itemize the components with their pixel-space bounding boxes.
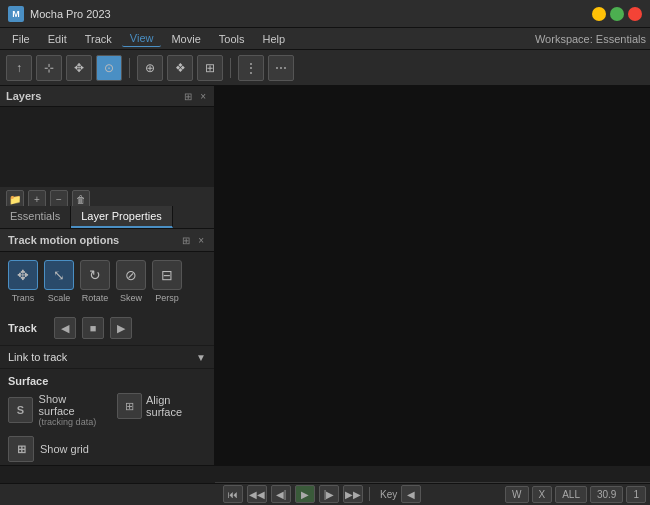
surface-section: Surface S Show surface (tracking data) ⊞… [0, 369, 214, 465]
title-bar: M Mocha Pro 2023 − □ × [0, 0, 650, 28]
skew-icon: ⊘ [116, 260, 146, 290]
tl-go-end[interactable]: ▶▶ [343, 485, 363, 503]
track-option-persp[interactable]: ⊟ Persp [152, 260, 182, 303]
track-motion-controls: ⊞ × [180, 235, 206, 246]
align-surface-item[interactable]: ⊞ Align surface [117, 393, 206, 419]
track-row: Track ◀ ■ ▶ [0, 311, 214, 346]
toolbar-separator-1 [129, 58, 130, 78]
tl-play[interactable]: ▶ [295, 485, 315, 503]
tool-select[interactable]: ↑ [6, 55, 32, 81]
window-title: Mocha Pro 2023 [30, 8, 592, 20]
toolbar-separator-2 [230, 58, 231, 78]
tool-cross[interactable]: ⊕ [137, 55, 163, 81]
track-motion-title: Track motion options [8, 234, 119, 246]
track-option-trans[interactable]: ✥ Trans [8, 260, 38, 303]
layers-area [0, 107, 214, 187]
tl-key-prev[interactable]: ◀ [401, 485, 421, 503]
tl-separator-1 [369, 487, 370, 501]
align-surface-icon: ⊞ [117, 393, 142, 419]
rotate-label: Rotate [82, 293, 109, 303]
timeline-ruler: // Draw ruler marks via JS below [0, 466, 650, 484]
persp-label: Persp [155, 293, 179, 303]
tl-x-btn[interactable]: X [532, 486, 553, 503]
menu-view[interactable]: View [122, 30, 162, 47]
link-to-track-row[interactable]: Link to track ▼ [0, 346, 214, 369]
tool-extra2[interactable]: ⋯ [268, 55, 294, 81]
show-grid-item[interactable]: ⊞ Show grid [8, 436, 206, 462]
show-grid-icon: ⊞ [8, 436, 34, 462]
tl-zoom-btn[interactable]: 30.9 [590, 486, 623, 503]
tl-prev[interactable]: ◀| [271, 485, 291, 503]
surface-title: Surface [8, 375, 206, 387]
track-row-label: Track [8, 322, 48, 334]
tl-all-btn[interactable]: ALL [555, 486, 587, 503]
tl-w-btn[interactable]: W [505, 486, 528, 503]
track-backward-btn[interactable]: ◀ [54, 317, 76, 339]
toolbar: ↑ ⊹ ✥ ⊙ ⊕ ❖ ⊞ ⋮ ⋯ [0, 50, 650, 86]
tool-circle[interactable]: ⊙ [96, 55, 122, 81]
track-forward-btn[interactable]: ▶ [110, 317, 132, 339]
main-layout: Layers ⊞ × 📁 + − 🗑 Essentials Layer Prop… [0, 86, 650, 465]
show-surface-label: Show surface [39, 393, 102, 417]
timeline-controls: ⏮ ◀◀ ◀| ▶ |▶ ▶▶ Key ◀ W X ALL 30.9 1 [0, 484, 650, 505]
trans-label: Trans [12, 293, 35, 303]
close-button[interactable]: × [628, 7, 642, 21]
menu-track[interactable]: Track [77, 31, 120, 47]
link-to-track-label: Link to track [8, 351, 196, 363]
track-close-btn[interactable]: × [196, 235, 206, 246]
layers-panel: Layers ⊞ × 📁 + − 🗑 [0, 86, 214, 206]
menu-tools[interactable]: Tools [211, 31, 253, 47]
scale-icon: ⤡ [44, 260, 74, 290]
layers-float-btn[interactable]: ⊞ [182, 91, 194, 102]
menu-edit[interactable]: Edit [40, 31, 75, 47]
tl-page-btn[interactable]: 1 [626, 486, 646, 503]
persp-icon: ⊟ [152, 260, 182, 290]
menu-movie[interactable]: Movie [163, 31, 208, 47]
tl-go-start[interactable]: ⏮ [223, 485, 243, 503]
skew-label: Skew [120, 293, 142, 303]
layers-close-btn[interactable]: × [198, 91, 208, 102]
align-surface-label: Align surface [146, 394, 206, 418]
link-to-track-arrow: ▼ [196, 352, 206, 363]
layers-panel-controls: ⊞ × [182, 91, 208, 102]
tool-extra1[interactable]: ⋮ [238, 55, 264, 81]
tabs-bar: Essentials Layer Properties [0, 206, 214, 229]
show-surface-item[interactable]: S Show surface (tracking data) [8, 393, 101, 427]
show-surface-sublabel: (tracking data) [39, 417, 102, 427]
track-float-btn[interactable]: ⊞ [180, 235, 192, 246]
scale-label: Scale [48, 293, 71, 303]
track-stop-btn[interactable]: ■ [82, 317, 104, 339]
menu-bar: File Edit Track View Movie Tools Help Wo… [0, 28, 650, 50]
menu-file[interactable]: File [4, 31, 38, 47]
timeline: // Draw ruler marks via JS below ⏮ ◀◀ ◀|… [0, 465, 650, 505]
window-controls: − □ × [592, 7, 642, 21]
minimize-button[interactable]: − [592, 7, 606, 21]
tab-essentials[interactable]: Essentials [0, 206, 71, 228]
track-option-skew[interactable]: ⊘ Skew [116, 260, 146, 303]
ruler-svg: // Draw ruler marks via JS below [215, 466, 650, 483]
track-option-scale[interactable]: ⤡ Scale [44, 260, 74, 303]
track-option-rotate[interactable]: ↻ Rotate [80, 260, 110, 303]
show-grid-label: Show grid [40, 443, 89, 455]
maximize-button[interactable]: □ [610, 7, 624, 21]
layers-panel-header: Layers ⊞ × [0, 86, 214, 107]
tool-pan[interactable]: ✥ [66, 55, 92, 81]
track-motion-panel-header: Track motion options ⊞ × [0, 229, 214, 252]
workspace-label: Workspace: Essentials [535, 33, 646, 45]
tl-right-buttons: W X ALL 30.9 1 [505, 486, 646, 503]
app-icon: M [8, 6, 24, 22]
menu-help[interactable]: Help [254, 31, 293, 47]
tool-pointer[interactable]: ⊹ [36, 55, 62, 81]
rotate-icon: ↻ [80, 260, 110, 290]
layers-panel-title: Layers [6, 90, 41, 102]
tl-next[interactable]: |▶ [319, 485, 339, 503]
tl-prev-frame[interactable]: ◀◀ [247, 485, 267, 503]
tab-layer-properties[interactable]: Layer Properties [71, 206, 173, 228]
tool-diamond[interactable]: ❖ [167, 55, 193, 81]
show-surface-icon: S [8, 397, 33, 423]
key-label: Key [380, 489, 397, 500]
trans-icon: ✥ [8, 260, 38, 290]
track-options-grid: ✥ Trans ⤡ Scale ↻ Rotate ⊘ Skew ⊟ Pers [0, 252, 214, 311]
tool-grid[interactable]: ⊞ [197, 55, 223, 81]
viewport [215, 86, 650, 465]
